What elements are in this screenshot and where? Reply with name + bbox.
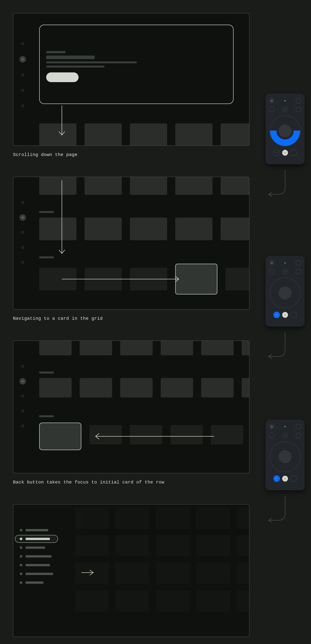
content-card[interactable] (130, 268, 167, 290)
motion-arrow-left (13, 341, 250, 473)
mic-button[interactable]: ● (282, 269, 288, 274)
content-card[interactable] (175, 218, 212, 240)
content-card-focused[interactable] (175, 264, 218, 294)
nav-dot[interactable] (22, 410, 24, 412)
mic-icon: ● (284, 434, 286, 436)
remote-button[interactable] (269, 433, 274, 438)
nav-dot[interactable] (22, 89, 24, 92)
remote-button[interactable] (269, 107, 274, 112)
remote-button[interactable] (296, 107, 301, 112)
remote-button[interactable] (296, 433, 301, 438)
side-nav-collapsed (22, 42, 26, 107)
content-card[interactable] (211, 425, 243, 444)
drawer-item[interactable] (20, 564, 53, 566)
dpad-select[interactable] (278, 124, 292, 137)
content-card[interactable] (120, 340, 152, 355)
nav-dot[interactable] (22, 74, 24, 76)
nav-dot[interactable] (22, 231, 24, 234)
drawer-item[interactable] (20, 546, 53, 549)
content-card[interactable] (84, 124, 122, 146)
power-button[interactable]: ⏻ (269, 260, 274, 266)
nav-dot[interactable] (22, 365, 24, 368)
dpad-select[interactable] (278, 450, 292, 463)
dpad-select[interactable] (278, 286, 292, 300)
content-card[interactable] (175, 124, 212, 146)
dpad[interactable] (270, 116, 300, 146)
nav-dot[interactable] (22, 246, 24, 249)
content-card[interactable] (120, 378, 152, 398)
content-card[interactable] (80, 378, 112, 398)
nav-dot-active[interactable] (20, 214, 26, 221)
drawer-item[interactable] (20, 581, 53, 584)
hero-card-focused[interactable] (39, 24, 234, 104)
nav-dot-active[interactable] (20, 56, 26, 62)
back-button-highlighted[interactable]: ← (274, 476, 280, 482)
remote-button[interactable] (290, 150, 297, 156)
content-card[interactable] (161, 378, 193, 398)
content-card[interactable] (84, 268, 122, 290)
remote-button[interactable] (296, 98, 301, 104)
power-button[interactable]: ⏻ (269, 424, 274, 430)
remote-button[interactable] (296, 260, 301, 266)
drawer-item[interactable] (20, 555, 53, 558)
drawer-item[interactable] (20, 529, 53, 532)
content-card[interactable] (220, 218, 250, 240)
content-card[interactable] (242, 340, 250, 355)
dpad[interactable] (270, 441, 300, 472)
hero-cta-button[interactable] (46, 72, 78, 82)
drawer-item[interactable] (20, 572, 53, 575)
nav-dot[interactable] (22, 201, 24, 204)
content-row (39, 378, 250, 398)
background-content (75, 508, 250, 612)
content-card[interactable] (39, 218, 76, 240)
remote-button[interactable] (290, 476, 297, 482)
content-card[interactable] (130, 177, 167, 195)
nav-dot[interactable] (22, 42, 24, 45)
content-card-focused[interactable] (39, 422, 81, 450)
content-card[interactable] (39, 268, 76, 290)
remote-button[interactable] (290, 312, 297, 318)
nav-dot[interactable] (22, 105, 24, 107)
remote-button[interactable] (296, 424, 301, 430)
remote-button[interactable] (269, 269, 274, 274)
home-button[interactable]: ⌂ (282, 312, 288, 318)
content-card[interactable] (130, 124, 167, 146)
content-card[interactable] (226, 268, 250, 290)
power-button[interactable]: ⏻ (269, 98, 274, 104)
home-button[interactable]: ⌂ (282, 476, 288, 482)
mic-button[interactable]: ● (282, 107, 288, 112)
content-card[interactable] (175, 177, 212, 195)
nav-dot[interactable] (22, 395, 24, 398)
nav-dot[interactable] (22, 425, 24, 427)
content-card[interactable] (201, 340, 234, 355)
mic-button[interactable]: ● (282, 433, 288, 438)
content-card[interactable] (39, 340, 72, 355)
content-card[interactable] (80, 340, 112, 355)
home-button[interactable]: ⌂ (282, 150, 288, 156)
content-card[interactable] (242, 378, 250, 398)
content-card[interactable] (39, 378, 72, 398)
content-card[interactable] (84, 218, 122, 240)
remote-button[interactable] (296, 269, 301, 274)
dpad[interactable] (270, 278, 300, 308)
tv-screen-2 (13, 177, 250, 310)
content-card[interactable] (220, 124, 250, 146)
content-card[interactable] (90, 425, 122, 444)
content-card[interactable] (39, 177, 76, 195)
content-card[interactable] (220, 177, 250, 195)
remote-control: ⏻ ● ← ⌂ (266, 256, 304, 326)
power-icon: ⏻ (270, 99, 273, 102)
back-button-highlighted[interactable]: ← (274, 312, 280, 318)
content-card[interactable] (39, 124, 76, 146)
back-button[interactable]: ← (274, 150, 280, 156)
panel-nav-drawer: Pressing back button again opens the nav… (13, 504, 298, 644)
content-card[interactable] (161, 340, 193, 355)
content-card[interactable] (170, 425, 203, 444)
content-card[interactable] (84, 177, 122, 195)
content-card[interactable] (201, 378, 234, 398)
nav-dot-active[interactable] (20, 378, 26, 384)
content-card[interactable] (130, 218, 167, 240)
nav-dot[interactable] (22, 261, 24, 264)
drawer-item-active[interactable] (15, 535, 58, 543)
content-card[interactable] (130, 425, 162, 444)
